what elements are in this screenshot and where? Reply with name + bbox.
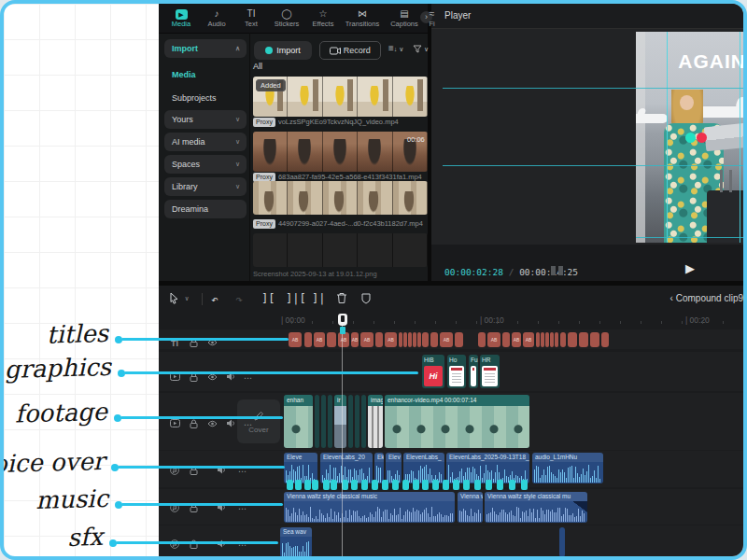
sidebar-item-media[interactable]: Media (164, 65, 247, 84)
delete-button[interactable] (336, 291, 347, 304)
frame-view-icon[interactable] (551, 266, 564, 275)
media-item-thumbnail[interactable] (253, 233, 428, 267)
title-clip[interactable] (545, 332, 549, 347)
lock-icon[interactable] (187, 535, 200, 546)
footage-clip[interactable]: enhan (284, 395, 313, 448)
title-clip[interactable] (417, 332, 421, 347)
beat-marker[interactable] (312, 480, 318, 490)
playhead-handle[interactable] (338, 314, 347, 326)
beat-marker[interactable] (287, 480, 293, 490)
title-clip[interactable]: AB (385, 332, 397, 347)
beat-marker[interactable] (382, 480, 388, 490)
beat-marker[interactable] (422, 480, 429, 490)
footage-clip[interactable] (355, 395, 359, 448)
title-clip[interactable] (422, 332, 429, 347)
tab-transitions[interactable]: ⋈Transitions (341, 7, 384, 32)
title-clip[interactable]: AB (351, 332, 359, 347)
title-clip[interactable] (560, 332, 566, 347)
title-clip[interactable]: AB (338, 332, 349, 347)
title-clip[interactable] (502, 332, 510, 347)
graphic-clip[interactable]: Fu (469, 355, 478, 388)
title-clip[interactable] (541, 332, 544, 347)
compound-clip-breadcrumb[interactable]: ‹ Compound clip9 (620, 293, 743, 303)
title-clip[interactable]: AB (512, 332, 521, 347)
title-clip[interactable]: AB (487, 332, 500, 347)
beat-marker[interactable] (342, 480, 348, 490)
media-item-thumbnail[interactable] (253, 132, 428, 172)
beat-marker[interactable] (323, 480, 330, 490)
graphic-clip[interactable]: HR (480, 355, 500, 388)
title-clip[interactable] (399, 332, 402, 347)
beat-marker[interactable] (304, 480, 311, 490)
select-tool-chevron[interactable]: ∨ (185, 295, 189, 302)
footage-clip[interactable]: imag (368, 395, 383, 448)
beat-marker[interactable] (351, 480, 358, 490)
split-button[interactable]: ][ (261, 292, 275, 305)
playhead-line[interactable] (342, 314, 343, 560)
beat-marker[interactable] (372, 480, 378, 490)
title-clip[interactable] (579, 332, 588, 347)
sidebar-item-dreamina[interactable]: Dreamina (164, 200, 247, 218)
title-clip[interactable] (304, 332, 312, 347)
sidebar-import-header[interactable]: Import ∧ (164, 39, 247, 58)
tab-fi[interactable]: ≈Fi (425, 7, 439, 32)
cover-tool-button[interactable] (360, 291, 372, 304)
media-item-thumbnail[interactable] (253, 181, 428, 215)
tab-text[interactable]: TIText (234, 7, 268, 32)
beat-marker[interactable] (521, 480, 528, 490)
sort-button[interactable]: ≡↓ ∨ (388, 43, 403, 53)
graphic-clip[interactable]: HiBHi (422, 355, 444, 388)
footage-clip[interactable] (328, 395, 332, 448)
redo-button[interactable]: ↷ (235, 292, 243, 306)
beat-marker[interactable] (413, 480, 419, 490)
tab-effects[interactable]: ☆Effects (305, 7, 341, 32)
title-clip[interactable] (550, 332, 554, 347)
title-clip[interactable]: AB (523, 332, 534, 347)
title-clip[interactable] (590, 332, 599, 347)
title-clip[interactable]: AB (289, 332, 302, 347)
beat-marker[interactable] (497, 480, 503, 490)
beat-marker[interactable] (509, 480, 515, 490)
footage-clip[interactable] (348, 395, 353, 448)
trim-left-button[interactable]: ]|[ (286, 292, 306, 305)
undo-button[interactable]: ↶ (211, 292, 218, 306)
beat-marker[interactable] (392, 480, 399, 490)
title-clip[interactable]: AB (314, 332, 325, 347)
beat-marker[interactable] (443, 480, 449, 490)
footage-clip[interactable]: ir (334, 395, 346, 448)
title-clip[interactable] (601, 332, 609, 347)
sidebar-item-spaces[interactable]: Spaces∨ (164, 155, 247, 174)
footage-clip[interactable] (315, 395, 319, 448)
record-button[interactable]: Record (319, 41, 381, 60)
sidebar-item-yours[interactable]: Yours∨ (164, 110, 247, 129)
music-clip[interactable]: Vienna w (458, 492, 483, 523)
trim-right-button[interactable]: ]| (312, 292, 325, 305)
title-clip[interactable] (455, 332, 463, 347)
title-clip[interactable]: AB (360, 332, 374, 347)
beat-marker[interactable] (474, 480, 481, 490)
speaker-icon[interactable] (215, 535, 228, 546)
graphic-clip[interactable]: Ho (447, 355, 466, 388)
music-clip[interactable]: Vienna waltz style classical mu (485, 492, 587, 523)
title-clip[interactable] (413, 332, 416, 347)
beat-marker[interactable] (295, 480, 302, 490)
title-clip[interactable] (408, 332, 412, 347)
title-clip[interactable] (536, 332, 540, 347)
tab-audio[interactable]: ♪Audio (199, 7, 234, 32)
more-options-icon[interactable]: ⋯ (236, 535, 249, 546)
title-clip[interactable] (555, 332, 558, 347)
title-clip[interactable]: AB (440, 332, 453, 347)
title-clip[interactable] (430, 332, 438, 347)
beat-marker[interactable] (361, 480, 368, 490)
beat-marker[interactable] (463, 480, 470, 490)
beat-marker[interactable] (453, 480, 459, 490)
sidebar-item-subprojects[interactable]: Subprojects (164, 89, 247, 107)
title-clip[interactable] (403, 332, 407, 347)
sidebar-item-ai-media[interactable]: AI media∨ (164, 133, 247, 151)
beat-marker[interactable] (331, 480, 337, 490)
sfx-clip[interactable]: Sea wav (280, 527, 312, 557)
fade-handle[interactable] (572, 501, 587, 512)
import-button[interactable]: Import (254, 41, 312, 60)
tab-stickers[interactable]: ◯Stickers (268, 7, 305, 32)
title-clip[interactable] (478, 332, 486, 347)
